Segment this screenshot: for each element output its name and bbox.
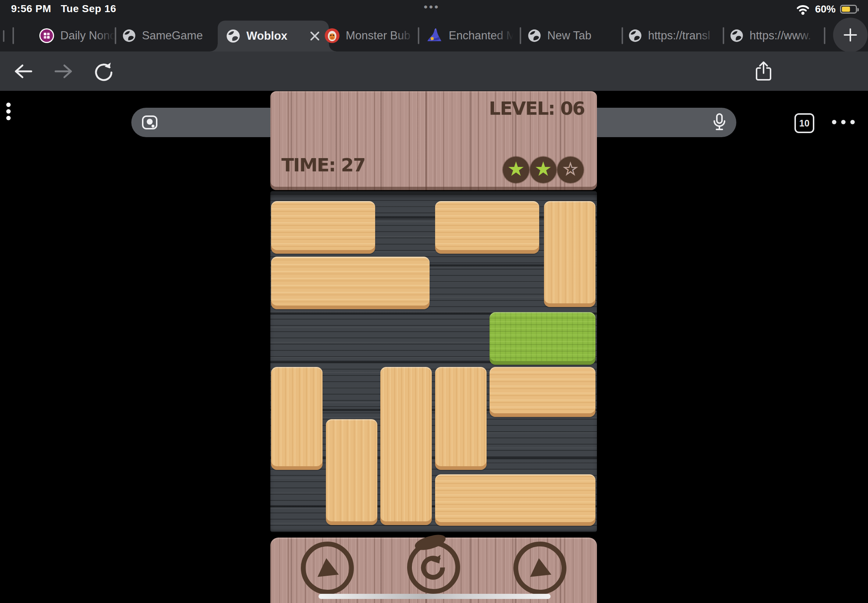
- tab-woblox-active[interactable]: Woblox: [218, 20, 329, 51]
- status-date: Tue Sep 16: [61, 3, 116, 14]
- wood-block[interactable]: [326, 419, 378, 525]
- globe-icon: [730, 29, 744, 43]
- star-filled-icon: ★: [530, 157, 557, 183]
- new-tab-button[interactable]: [833, 18, 868, 52]
- wifi-icon: [795, 3, 811, 15]
- tab-edge-sliver: [3, 30, 5, 42]
- tab-monster-bubble[interactable]: Monster Bub: [324, 19, 414, 52]
- page-overflow-menu-icon[interactable]: [6, 103, 11, 120]
- tab-translate[interactable]: https://transl: [628, 19, 716, 52]
- target-block[interactable]: [489, 312, 596, 365]
- home-indicator[interactable]: [319, 594, 551, 599]
- forward-button[interactable]: [51, 51, 76, 91]
- wood-block[interactable]: [435, 201, 539, 254]
- tab-enchanted[interactable]: Enchanted M: [426, 19, 514, 52]
- tab-separator: [824, 27, 825, 44]
- circular-arrow-icon: [418, 552, 449, 583]
- wood-block[interactable]: [271, 257, 430, 309]
- level-label: LEVEL: 06: [489, 98, 585, 119]
- plus-icon: [842, 27, 859, 43]
- tab-new-tab[interactable]: New Tab: [528, 19, 605, 52]
- wizard-hat-icon: [426, 28, 443, 44]
- tab-label-fade: [696, 19, 716, 52]
- wood-block[interactable]: [435, 474, 596, 526]
- star-empty-icon: ★★: [557, 157, 584, 183]
- close-tab-icon[interactable]: [309, 30, 321, 42]
- tab-separator: [12, 27, 14, 44]
- more-menu-button[interactable]: [832, 120, 855, 124]
- tab-label: SameGame: [142, 29, 203, 42]
- tab-separator: [622, 27, 623, 44]
- battery-percent: 60%: [815, 3, 836, 15]
- browser-top-chrome: 9:56 PMTue Sep 16 ••• 60% Daily Nonogr S…: [0, 0, 868, 51]
- status-time: 9:56 PM: [11, 3, 51, 14]
- game-controls-panel: [270, 538, 597, 603]
- game-canvas: LEVEL: 06 TIME: 27 ★★★★: [270, 91, 597, 603]
- status-time-date: 9:56 PMTue Sep 16: [11, 3, 116, 15]
- battery-icon: [840, 5, 857, 14]
- tab-label-fade: [797, 19, 816, 52]
- nonogram-puzzle-icon: [39, 28, 54, 43]
- tab-samegame[interactable]: SameGame: [122, 19, 203, 52]
- globe-icon: [528, 29, 542, 43]
- tab-daily-nonograms[interactable]: Daily Nonogr: [39, 19, 115, 52]
- browser-navbar: games.cdn.famobi.com 10: [0, 51, 868, 91]
- time-label: TIME: 27: [282, 155, 365, 176]
- globe-icon: [122, 29, 136, 43]
- tab-label-fade: [96, 19, 115, 52]
- reload-button[interactable]: [92, 51, 116, 91]
- back-button[interactable]: [11, 51, 35, 91]
- tab-www[interactable]: https://www.: [730, 19, 816, 52]
- tab-counter-button[interactable]: 10: [794, 113, 814, 133]
- wood-block[interactable]: [380, 367, 432, 525]
- monster-face-icon: [324, 28, 340, 43]
- stars: ★★★★: [503, 157, 584, 183]
- next-level-button[interactable]: [511, 539, 569, 597]
- triangle-up-icon: [528, 557, 551, 577]
- star-filled-icon: ★: [503, 157, 529, 183]
- camera-lens-icon[interactable]: [141, 114, 158, 131]
- wood-block[interactable]: [271, 367, 323, 470]
- share-button[interactable]: [752, 51, 775, 91]
- game-hud-panel: LEVEL: 06 TIME: 27 ★★★★: [270, 91, 597, 190]
- wood-block[interactable]: [271, 201, 375, 254]
- tab-separator: [418, 27, 419, 44]
- tab-count: 10: [799, 118, 809, 129]
- tab-label: New Tab: [547, 29, 591, 42]
- tab-separator: [723, 27, 724, 44]
- tab-label-fade: [494, 19, 514, 52]
- grunge-splat: [413, 533, 447, 553]
- triangle-up-icon: [316, 557, 339, 577]
- tab-separator: [115, 27, 116, 44]
- globe-icon: [226, 29, 241, 43]
- wood-block[interactable]: [489, 367, 596, 417]
- mic-icon[interactable]: [712, 113, 727, 132]
- wood-block[interactable]: [544, 201, 596, 307]
- wood-block[interactable]: [435, 367, 487, 470]
- globe-icon: [628, 29, 642, 43]
- tab-label-fade: [395, 19, 414, 52]
- multitask-dots-icon: •••: [424, 1, 440, 13]
- tab-label: Woblox: [246, 29, 287, 43]
- tab-flare: [210, 44, 218, 51]
- prev-level-button[interactable]: [298, 539, 356, 597]
- tab-separator: [520, 27, 521, 44]
- restart-button[interactable]: [405, 538, 463, 596]
- status-right-cluster: 60%: [795, 3, 857, 15]
